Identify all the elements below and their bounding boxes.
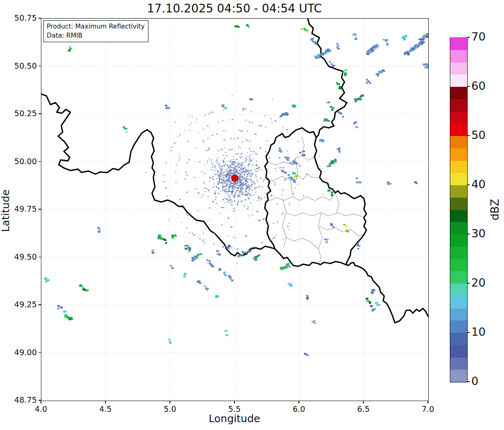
clutter-speck [247,182,248,183]
clutter-speck [195,122,196,122]
echo-pixel [376,44,378,45]
echo-pixel [334,161,336,162]
clutter-speck [256,180,257,181]
clutter-speck [242,194,244,195]
echo-pixel [186,245,189,246]
clutter-speck [236,174,237,174]
clutter-speck [145,154,146,155]
clutter-speck [256,192,256,193]
clutter-speck [225,174,227,176]
clutter-speck [203,239,204,240]
echo-pixel [355,34,356,36]
clutter-speck [287,131,288,132]
echo-pixel [184,245,186,246]
y-tick-label: 49.50 [11,252,37,261]
clutter-speck [215,167,215,169]
y-tick-label: 50.25 [11,109,37,118]
clutter-speck [275,121,277,122]
echo-pixel [167,107,169,109]
echo-pixel [327,166,329,167]
clutter-speck [232,96,232,96]
colorbar-tick-label: 30 [471,227,500,240]
clutter-speck [226,170,227,171]
echo-pixel [168,339,170,340]
echo-pixel [338,148,341,149]
clutter-speck [240,157,241,158]
clutter-speck [251,176,251,177]
clutter-speck [230,167,232,168]
clutter-speck [234,166,236,167]
clutter-speck [215,161,217,162]
clutter-speck [195,188,196,189]
echo-pixel [418,44,420,45]
clutter-speck [223,110,224,111]
echo-pixel [306,354,307,355]
clutter-speck [237,162,239,162]
echo-pixel [306,295,308,296]
clutter-speck [256,164,258,165]
clutter-speck [249,186,251,186]
clutter-speck [272,99,273,100]
echo-pixel [228,245,230,247]
clutter-speck [227,179,227,180]
colorbar-label: dBZ [489,191,501,228]
clutter-speck [203,244,204,244]
clutter-speck [239,191,240,192]
clutter-speck [237,205,238,206]
clutter-speck [263,181,264,182]
colorbar-tick-label: 70 [471,30,500,43]
echo-pixel [285,112,287,114]
clutter-speck [240,185,241,186]
clutter-speck [255,153,256,154]
clutter-speck [248,190,250,191]
clutter-speck [256,187,258,188]
colorbar-segment [450,136,467,148]
clutter-speck [247,171,248,172]
clutter-speck [282,190,283,191]
echo-pixel [313,320,315,322]
clutter-speck [247,208,248,209]
echo-pixel [307,296,309,298]
clutter-speck [248,206,249,207]
colorbar-tick-mark [467,234,470,234]
colorbar-segment [450,271,467,284]
clutter-speck [219,179,220,181]
clutter-speck [246,194,247,194]
clutter-speck [205,191,206,192]
clutter-speck [229,182,231,182]
colorbar-segment [450,111,467,124]
clutter-speck [191,122,191,123]
clutter-speck [165,188,166,189]
colorbar-tick-mark [467,283,470,284]
clutter-speck [208,148,210,148]
clutter-speck [232,167,233,168]
echo-pixel [355,100,356,102]
echo-pixel [162,239,165,240]
clutter-speck [245,181,246,182]
clutter-speck [218,177,220,178]
clutter-speck [252,165,253,165]
clutter-speck [256,168,258,169]
clutter-speck [252,182,253,183]
y-tick-mark [38,400,41,401]
clutter-speck [224,170,225,170]
clutter-speck [203,233,204,234]
clutter-speck [194,177,195,178]
clutter-speck [277,203,278,204]
clutter-speck [202,240,203,241]
echo-pixel [405,52,407,54]
clutter-speck [249,161,250,162]
clutter-speck [224,191,225,192]
clutter-speck [249,179,251,179]
clutter-speck [220,179,222,179]
clutter-speck [207,263,208,263]
echo-pixel [337,84,339,85]
clutter-speck [258,168,259,169]
clutter-speck [261,198,262,199]
clutter-speck [188,252,189,253]
clutter-speck [249,159,251,160]
echo-pixel [151,250,154,251]
clutter-speck [258,220,259,221]
clutter-speck [237,201,239,202]
clutter-speck [227,193,228,194]
